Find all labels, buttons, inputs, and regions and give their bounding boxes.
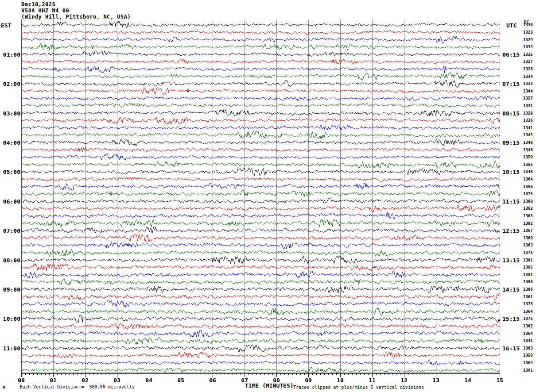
dc-offset-value: 1328 [523,31,533,35]
x-axis-title: TIME (MINUTES) [245,382,294,389]
seismogram-trace [21,264,500,271]
seismogram-trace [21,117,500,124]
seismogram-trace [21,198,500,204]
x-tick-label: 10 [334,377,347,384]
seismogram-trace [21,59,500,64]
est-hour-label: 11:00 [0,346,20,351]
seismogram-trace [21,294,500,300]
dc-offset-value: 1363 [523,243,533,247]
seismogram-trace [21,352,500,359]
utc-hour-label: 08:15 [502,111,520,116]
dc-offset-value: 1364 [523,177,533,181]
dc-offset-value: 1356 [523,185,533,189]
seismogram-trace [21,161,500,168]
seismogram-trace [21,308,500,315]
seismogram-trace [21,220,500,227]
seismogram-trace [21,66,500,73]
utc-hour-label: 14:15 [502,287,520,292]
x-tick-label: 09 [302,377,315,384]
est-hour-label: 02:00 [0,81,20,87]
seismogram-trace [21,96,500,101]
x-tick-label: 14 [461,377,474,384]
dc-offset-value: 1367 [523,229,533,233]
seismogram-trace [21,242,500,249]
seismogram-trace [21,227,500,234]
seismogram-trace [21,131,500,138]
seismogram-trace [21,360,500,365]
clipping-note: Traces clipped at plus/minus 5 vertical … [293,385,424,390]
seismogram-trace [21,323,500,330]
dc-offset-value: 1346 [523,148,533,152]
seismogram-trace [21,212,500,219]
dc-offset-value: 1388 [523,280,533,284]
seismogram-trace [21,43,500,50]
seismogram-trace [21,73,500,80]
x-tick-label: 04 [142,377,155,384]
dc-offset-value: 1350 [523,155,533,159]
seismogram-trace [21,234,500,242]
x-tick-label: 05 [174,377,187,384]
seismogram-trace [21,103,500,108]
dc-offset-value: 1333 [523,45,533,49]
seismogram-trace [21,279,500,285]
seismogram-trace [21,154,500,160]
dc-offset-value: 1355 [523,163,533,167]
seismogram-trace [21,51,500,57]
seismogram-trace [21,21,500,27]
utc-hour-label: 15:15 [502,316,520,322]
dc-offset-value: 1345 [523,133,533,137]
seismogram-trace [21,147,500,152]
utc-hour-label: 07:15 [502,81,520,87]
seismogram-trace [21,315,500,323]
seismogram-trace [21,345,500,352]
dc-offset-value: 1380 [523,200,533,204]
utc-hour-label: 16:15 [502,346,520,351]
dc-offset-value: 1362 [523,207,533,211]
vertical-scale-note: Each Vertical Division = 500.00 microvol… [20,384,135,389]
x-tick-label: 12 [397,377,411,384]
logo-mark: M [3,386,5,390]
seismogram-trace [21,183,500,190]
seismogram-trace [21,110,500,116]
dc-offset-value: 1333 [523,82,533,86]
seismogram-trace [21,330,500,337]
dc-offset-value: 1334 [523,75,533,79]
est-hour-label: 09:00 [0,287,20,292]
seismogram-trace [21,337,500,344]
dc-offset-value: 1326 [523,67,533,71]
dc-offset-value: 1330 [523,23,533,27]
x-tick-label: 02 [78,377,92,384]
seismogram-trace [21,80,500,87]
dc-offset-value: 1386 [523,288,533,292]
dc-offset-value: 1375 [523,317,533,321]
dc-offset-value: 1344 [523,89,533,93]
dc-offset-value: 1327 [523,96,533,100]
seismogram-trace [21,168,500,175]
seismogram-trace [21,31,500,35]
utc-hour-label: 11:15 [502,199,520,204]
utc-hour-label: 13:15 [502,257,520,263]
dc-offset-value: 1375 [523,251,533,255]
seismogram-trace [21,139,500,146]
seismogram-trace [21,271,500,278]
est-hour-label: 05:00 [0,169,20,175]
seismogram-plot-canvas [0,0,536,392]
x-tick-label: 01 [47,377,60,384]
utc-hour-label: 06:15 [502,52,520,58]
dc-offset-value: 1341 [523,339,533,343]
dc-offset-value: 1382 [523,222,533,226]
dc-offset-value: 1362 [523,324,533,328]
dc-offset-value: 1381 [523,273,533,277]
seismogram-trace [21,300,500,307]
seismogram-trace [21,88,500,95]
est-hour-label: 10:00 [0,316,20,322]
dc-offset-value: 1381 [523,258,533,262]
est-hour-label: 06:00 [0,199,20,204]
est-hour-label: 08:00 [0,257,20,263]
x-tick-label: 15 [493,377,506,384]
dc-offset-value: 1385 [523,265,533,269]
est-hour-label: 03:00 [0,111,20,116]
dc-offset-value: 1364 [523,332,533,336]
dc-offset-value: 1375 [523,192,533,196]
dc-offset-value: 1341 [523,126,533,130]
